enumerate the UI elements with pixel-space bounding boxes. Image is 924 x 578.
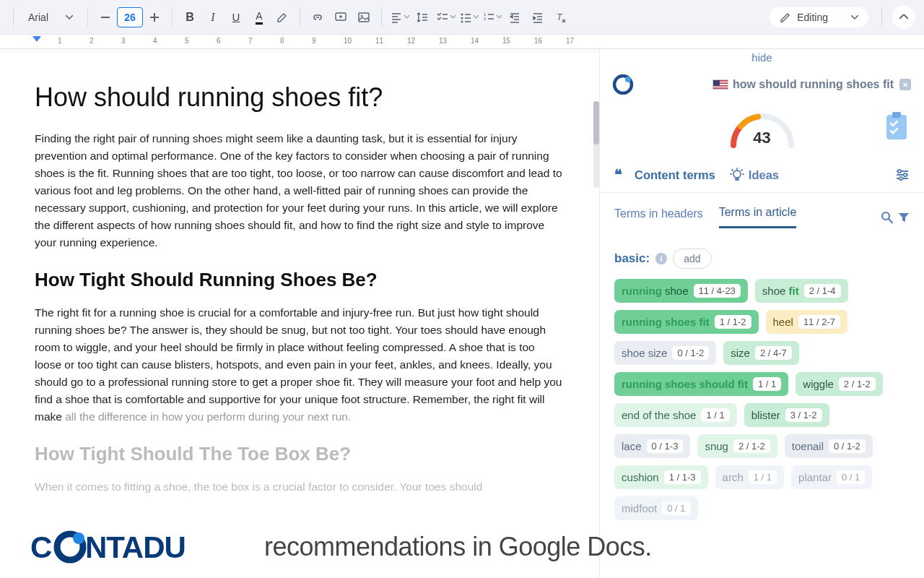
term-pill[interactable]: running shoes should fit1 / 1 [614,372,788,396]
term-pill[interactable]: cushion1 / 1-3 [614,465,708,489]
ruler-mark: 17 [566,37,574,45]
term-count: 1 / 1 [701,408,729,422]
editing-mode-select[interactable]: Editing [770,7,868,27]
term-pill[interactable]: plantar0 / 1 [791,465,872,489]
score-row: 43 [600,103,924,160]
doc-title[interactable]: How should running shoes fit? [35,82,565,113]
term-text: toenail [792,440,824,452]
doc-heading-2[interactable]: How Tight Should The Toe Box Be? [35,443,565,465]
outdent-button[interactable] [505,7,525,27]
ruler-mark: 9 [312,37,316,45]
tab-content-terms[interactable]: ❝ Content terms [614,168,715,192]
term-pill[interactable]: shoe size0 / 1-2 [614,341,716,365]
italic-button[interactable]: I [203,7,223,27]
svg-text:T: T [557,12,563,22]
search-icon[interactable] [881,211,894,224]
tab-ideas[interactable]: Ideas [730,168,779,192]
term-pill[interactable]: end of the shoe1 / 1 [614,403,737,427]
panel-main-tabs: ❝ Content terms Ideas [600,160,924,193]
keyword-text: how should running shoes fit [733,78,894,91]
subtab-terms-headers[interactable]: Terms in headers [614,207,703,228]
term-pill[interactable]: blister3 / 1-2 [744,403,829,427]
term-pill[interactable]: size2 / 4-7 [723,341,799,365]
svg-rect-4 [359,13,369,22]
ruler-mark: 2 [90,37,94,45]
separator [381,9,382,26]
ruler[interactable]: 1234567891011121314151617 [0,35,924,49]
scrollbar[interactable] [593,101,599,188]
clear-formatting-button[interactable]: T [551,7,571,27]
settings-button[interactable] [895,168,910,191]
add-term-button[interactable]: add [673,249,711,269]
term-count: 0 / 1-2 [829,439,866,453]
term-pill[interactable]: shoe fit2 / 1-4 [755,279,848,303]
term-pill[interactable]: running shoe11 / 4-23 [614,279,748,303]
svg-point-8 [461,20,463,22]
ruler-mark: 15 [502,37,510,45]
ruler-mark: 14 [471,37,479,45]
term-count: 2 / 1-2 [839,377,876,391]
term-text: cushion [622,471,659,483]
indent-button[interactable] [528,7,548,27]
collapse-toolbar-button[interactable] [892,6,915,29]
indent-marker[interactable] [32,36,41,42]
numbered-list-button[interactable]: 12 [481,7,502,27]
term-pill[interactable]: toenail0 / 1-2 [785,434,873,458]
bold-button[interactable]: B [180,7,200,27]
info-icon[interactable]: i [655,253,667,264]
link-button[interactable] [308,7,328,27]
doc-paragraph[interactable]: When it comes to fitting a shoe, the toe… [35,478,565,496]
text-color-button[interactable]: A [249,7,269,27]
doc-paragraph[interactable]: Finding the right pair of running shoes … [35,130,565,251]
term-text: shoe size [622,347,667,359]
main-area: How should running shoes fit? Finding th… [0,49,924,578]
content-score: 43 [726,129,798,147]
document-canvas[interactable]: How should running shoes fit? Finding th… [0,53,599,578]
term-pill[interactable]: running shoes fit1 / 1-2 [614,310,759,334]
line-spacing-button[interactable] [412,7,432,27]
scrollbar-thumb[interactable] [593,101,599,144]
font-size-increase[interactable] [144,7,165,27]
terms-section: basic: i add running shoe11 / 4-23shoe f… [600,228,924,527]
font-size-input[interactable] [117,7,143,27]
image-button[interactable] [354,7,374,27]
doc-heading-2[interactable]: How Tight Should Running Shoes Be? [35,269,565,291]
subtab-terms-article[interactable]: Terms in article [719,206,797,228]
term-text: wiggle [803,378,834,390]
font-size-decrease[interactable] [95,7,116,27]
comment-button[interactable] [331,7,351,27]
term-text: arch [723,471,744,483]
hide-panel-link[interactable]: hide [600,49,924,66]
svg-point-17 [733,171,741,178]
chevron-up-icon [899,14,908,20]
clipboard-icon[interactable] [884,111,910,141]
highlight-button[interactable] [272,7,292,27]
align-button[interactable] [389,7,409,27]
svg-text:❝: ❝ [614,168,622,181]
term-pill[interactable]: wiggle2 / 1-2 [796,372,882,396]
underline-button[interactable]: U [226,7,246,27]
filter-icon[interactable] [898,212,910,223]
bullet-list-button[interactable] [458,7,479,27]
term-pill[interactable]: heel11 / 2-7 [766,310,847,334]
term-pill[interactable]: arch1 / 1 [715,465,784,489]
doc-paragraph[interactable]: The right fit for a running shoe is cruc… [35,304,565,426]
font-family-select[interactable]: Arial [21,6,80,29]
svg-rect-0 [101,17,110,18]
close-keyword-button[interactable]: ✕ [899,79,911,90]
separator [87,9,88,26]
svg-text:C: C [30,530,52,564]
term-pill[interactable]: midfoot0 / 1 [614,496,698,520]
sliders-icon [895,168,910,181]
overlay-text: recommendations in Google Docs. [264,532,652,562]
checklist-button[interactable] [435,7,456,27]
term-count: 0 / 1 [837,470,865,484]
term-count: 0 / 1-3 [647,439,684,453]
term-text: running shoes should fit [622,378,748,390]
term-pill[interactable]: snug2 / 1-2 [697,434,777,458]
svg-point-18 [898,170,901,173]
quote-icon: ❝ [614,168,630,181]
contadu-logo-icon [613,74,633,95]
term-pill[interactable]: lace0 / 1-3 [614,434,690,458]
term-text: blister [751,409,780,421]
